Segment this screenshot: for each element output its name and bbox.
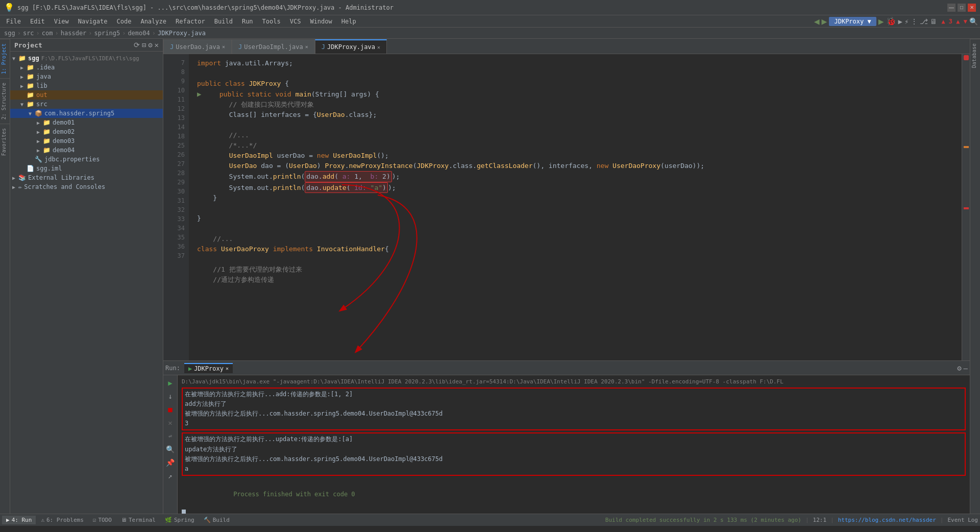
more-actions-icon[interactable]: ⋮ <box>911 17 918 26</box>
demo03-arrow: ▶ <box>37 138 43 144</box>
run-panel-gear-icon[interactable]: ⚙ <box>957 364 961 372</box>
tree-lib[interactable]: ▶ 📁 lib <box>10 81 163 90</box>
tree-jdbc[interactable]: 🔧 jdbc.properties <box>10 155 163 164</box>
tree-demo02[interactable]: ▶ 📁 demo02 <box>10 127 163 136</box>
git-icon[interactable]: ⎇ <box>920 17 928 26</box>
tree-src[interactable]: ▼ 📁 src <box>10 100 163 109</box>
menu-tools[interactable]: Tools <box>258 17 285 26</box>
tab-userdaoimpl-close[interactable]: ✕ <box>305 44 308 50</box>
idea-label: .idea <box>36 64 55 71</box>
menu-code[interactable]: Code <box>113 17 136 26</box>
tree-out[interactable]: 📁 out <box>10 90 163 100</box>
breadcrumb-com[interactable]: com <box>42 30 53 37</box>
run-pin-button[interactable]: 📌 <box>165 457 176 468</box>
code-line-7: import java.util.Arrays; <box>197 58 962 68</box>
profile-button[interactable]: ⚡ <box>904 17 909 26</box>
build-tab-bottom[interactable]: 🔨 Build <box>200 516 234 524</box>
tab-userdao[interactable]: J UserDao.java ✕ <box>163 39 232 54</box>
nav-forward-icon[interactable]: ▶ <box>822 16 827 27</box>
coverage-button[interactable]: ▶ <box>898 17 902 26</box>
hide-panel-icon[interactable]: ✕ <box>155 41 159 49</box>
tree-idea[interactable]: ▶ 📁 .idea <box>10 63 163 72</box>
ext-libs-label: External Libraries <box>28 174 94 181</box>
menu-file[interactable]: File <box>2 17 25 26</box>
code-text[interactable]: import java.util.Arrays; public class JD… <box>189 54 962 360</box>
tree-demo01[interactable]: ▶ 📁 demo01 <box>10 118 163 127</box>
spring-tab-bottom[interactable]: 🌿 Spring <box>161 516 199 524</box>
breadcrumb-src[interactable]: src <box>23 30 34 37</box>
minimize-button[interactable]: — <box>947 4 955 12</box>
terminal-tab-bottom[interactable]: 🖥 Terminal <box>117 516 160 524</box>
run-restart-button[interactable]: ▶ <box>165 377 176 389</box>
maximize-button[interactable]: □ <box>958 4 966 12</box>
search-everywhere-icon[interactable]: 🔍 <box>969 17 978 26</box>
database-tab[interactable]: Database <box>970 39 980 72</box>
breadcrumb-hassder[interactable]: hassder <box>61 30 87 37</box>
tab-userdao-close[interactable]: ✕ <box>222 44 225 50</box>
run-filter-button[interactable]: 🔍 <box>165 444 176 455</box>
code-editor[interactable]: 7 8 9 10 11 12 13 14 18 25 26 27 28 29 3… <box>163 54 970 360</box>
menu-build[interactable]: Build <box>210 17 237 26</box>
favorites-tab[interactable]: Favorites <box>0 124 10 160</box>
tab-jdkproxy[interactable]: J JDKProxy.java ✕ <box>315 39 387 54</box>
java-folder-icon: 📁 <box>27 73 34 80</box>
menu-navigate[interactable]: Navigate <box>74 17 112 26</box>
project-sidebar: Project ⟳ ⊟ ⚙ ✕ ▼ 📁 sgg F:\D.FLS\JavaFLS… <box>10 39 163 514</box>
tree-demo03[interactable]: ▶ 📁 demo03 <box>10 136 163 146</box>
menu-view[interactable]: View <box>50 17 73 26</box>
error-indicator[interactable] <box>964 55 969 60</box>
run-softrap-button[interactable]: ⏎ <box>165 430 176 442</box>
tree-iml[interactable]: 📄 sgg.iml <box>10 164 163 173</box>
run-panel-hide-icon[interactable]: — <box>964 364 968 372</box>
menu-vcs[interactable]: VCS <box>286 17 305 26</box>
settings-icon[interactable]: ⚙ <box>148 41 152 49</box>
collapse-all-icon[interactable]: ⊟ <box>142 41 146 49</box>
linenum-11: 11 <box>163 95 189 104</box>
tree-ext-libs[interactable]: ▶ 📚 External Libraries <box>10 173 163 182</box>
output-update-result: a <box>185 464 963 474</box>
breadcrumb-demo04[interactable]: demo04 <box>128 30 150 37</box>
run-tab-jdkproxy[interactable]: ▶ JDKProxy ✕ <box>184 363 233 373</box>
url-link[interactable]: https://blog.csdn.net/hassder <box>838 517 936 523</box>
terminal-icon[interactable]: 🖥 <box>930 17 937 26</box>
demo02-arrow: ▶ <box>37 129 43 135</box>
run-close-button[interactable]: ✕ <box>165 417 176 428</box>
close-button[interactable]: ✕ <box>968 4 976 12</box>
problems-tab-bottom[interactable]: ⚠ 6: Problems <box>37 516 87 524</box>
menu-refactor[interactable]: Refactor <box>172 17 209 26</box>
run-stop-button[interactable]: ■ <box>165 404 176 415</box>
iml-label: sgg.iml <box>36 165 62 172</box>
run-external-icon[interactable]: ↗ <box>165 470 176 481</box>
tree-java[interactable]: ▶ 📁 java <box>10 72 163 81</box>
sync-icon[interactable]: ⟳ <box>134 41 140 49</box>
menu-run[interactable]: Run <box>238 17 257 26</box>
breadcrumb-spring5[interactable]: spring5 <box>94 30 120 37</box>
output-add-after: 被增强的方法执行之后执行...com.hassder.spring5.demo0… <box>185 409 963 419</box>
tree-package[interactable]: ▼ 📦 com.hassder.spring5 <box>10 109 163 118</box>
menu-help[interactable]: Help <box>337 17 360 26</box>
tab-jdkproxy-close[interactable]: ✕ <box>377 44 380 50</box>
project-tab[interactable]: 1: Project <box>0 39 10 78</box>
tree-scratches[interactable]: ▶ ✏️ Scratches and Consoles <box>10 182 163 191</box>
debug-button[interactable]: 🐞 <box>886 16 896 26</box>
tree-root-sgg[interactable]: ▼ 📁 sgg F:\D.FLS\JavaFLS\IDEA\fls\sgg <box>10 54 163 63</box>
run-tab-bottom[interactable]: ▶ 4: Run <box>2 516 36 524</box>
menu-analyze[interactable]: Analyze <box>136 17 170 26</box>
run-button[interactable]: ▶ <box>878 16 884 27</box>
tree-demo04[interactable]: ▶ 📁 demo04 <box>10 146 163 155</box>
todo-tab-bottom[interactable]: ☑ TODO <box>89 516 116 524</box>
menu-edit[interactable]: Edit <box>26 17 49 26</box>
tab-userdaoimpl[interactable]: J UserDaoImpl.java ✕ <box>232 39 315 54</box>
event-log-label[interactable]: Event Log <box>947 517 978 523</box>
run-tab-close[interactable]: ✕ <box>226 366 229 371</box>
nav-back-icon[interactable]: ◀ <box>814 16 820 27</box>
menu-window[interactable]: Window <box>306 17 336 26</box>
error-stripe <box>964 207 969 209</box>
code-line-34: class UserDaoProxy implements Invocation… <box>197 244 962 254</box>
breadcrumb-sgg[interactable]: sgg <box>4 30 15 37</box>
sep1: | <box>805 517 809 523</box>
structure-tab[interactable]: 2: Structure <box>0 78 10 124</box>
run-scroll-down-button[interactable]: ↓ <box>165 391 176 402</box>
run-config-dropdown[interactable]: JDKProxy ▼ <box>829 17 876 26</box>
bottom-toolbar: ▶ 4: Run ⚠ 6: Problems ☑ TODO 🖥 Terminal… <box>0 514 980 526</box>
